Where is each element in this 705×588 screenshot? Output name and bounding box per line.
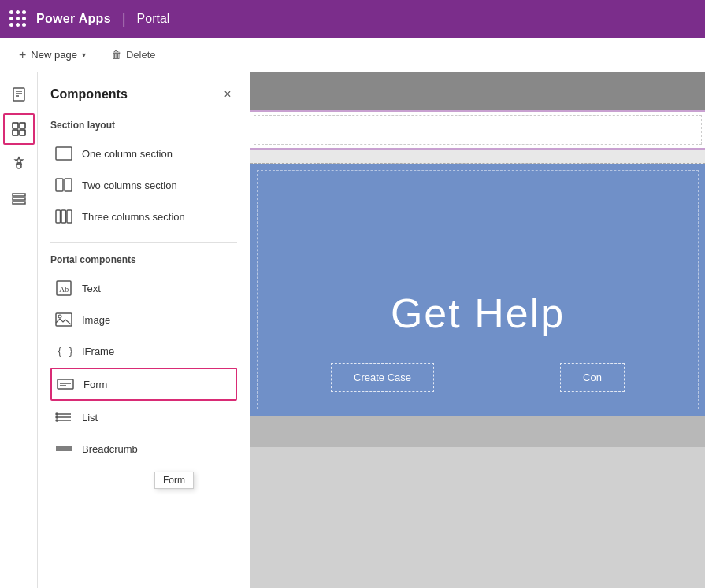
breadcrumb-label: Breadcrumb <box>82 443 138 455</box>
svg-rect-6 <box>13 130 18 135</box>
con-button[interactable]: Con <box>560 363 625 392</box>
component-text[interactable]: Ab Text <box>50 273 237 303</box>
canvas-area: Get Help Create Case Con <box>250 72 705 588</box>
svg-rect-23 <box>58 379 73 389</box>
portal-label: Portal <box>137 12 170 26</box>
app-name: Power Apps <box>36 12 111 26</box>
svg-text:{ }: { } <box>57 346 72 357</box>
image-label: Image <box>82 314 110 326</box>
sidebar-icons <box>0 72 38 588</box>
component-form[interactable]: Form <box>50 368 237 401</box>
svg-rect-13 <box>56 179 63 191</box>
svg-point-31 <box>56 420 58 421</box>
delete-button[interactable]: 🗑 Delete <box>105 46 162 64</box>
topbar: Power Apps | Portal <box>0 0 705 38</box>
svg-point-30 <box>56 416 58 418</box>
get-help-text: Get Help <box>391 290 565 336</box>
delete-label: Delete <box>126 49 156 61</box>
canvas-separator <box>250 150 705 164</box>
component-three-column[interactable]: Three columns section <box>50 202 237 231</box>
new-page-button[interactable]: + New page ▾ <box>13 45 92 65</box>
component-list[interactable]: List <box>50 402 237 432</box>
canvas-bottom-strip <box>250 416 705 447</box>
new-page-label: New page <box>31 49 77 61</box>
panel-header: Components × <box>50 85 237 104</box>
svg-rect-16 <box>61 210 66 223</box>
svg-point-8 <box>17 164 21 168</box>
section-divider <box>50 242 237 243</box>
list-label: List <box>82 412 98 423</box>
app-grid-icon[interactable] <box>9 10 27 28</box>
form-label: Form <box>83 379 107 390</box>
list-icon <box>55 409 72 426</box>
title-separator: | <box>122 11 126 28</box>
two-column-label: Two columns section <box>82 179 177 191</box>
two-col-icon <box>55 176 72 194</box>
component-two-column[interactable]: Two columns section <box>50 170 237 200</box>
svg-rect-10 <box>13 198 25 200</box>
form-icon <box>57 375 74 393</box>
breadcrumb-icon <box>55 440 72 457</box>
one-col-icon <box>55 145 72 162</box>
panel-title: Components <box>50 87 128 102</box>
sidebar-icon-data[interactable] <box>3 183 35 214</box>
sidebar-icon-components[interactable] <box>3 113 35 145</box>
chevron-down-icon: ▾ <box>82 50 86 59</box>
svg-point-29 <box>56 413 58 415</box>
components-panel: Components × Section layout One column s… <box>38 72 250 588</box>
form-tooltip: Form <box>154 472 194 489</box>
text-icon: Ab <box>55 279 72 297</box>
svg-rect-4 <box>13 123 18 128</box>
toolbar: + New page ▾ 🗑 Delete <box>0 38 705 72</box>
trash-icon: 🗑 <box>111 49 121 61</box>
canvas-header-strip <box>250 72 705 110</box>
section-layout-label: Section layout <box>50 120 237 131</box>
get-help-container: Get Help <box>250 290 705 337</box>
component-breadcrumb[interactable]: Breadcrumb <box>50 434 237 464</box>
portal-components-label: Portal components <box>50 254 237 265</box>
svg-point-21 <box>58 315 61 318</box>
canvas-button-row: Create Case Con <box>250 363 705 392</box>
svg-rect-12 <box>56 147 72 160</box>
three-column-label: Three columns section <box>82 211 185 223</box>
create-case-button[interactable]: Create Case <box>331 363 434 392</box>
canvas-white-row <box>250 110 705 150</box>
iframe-label: IFrame <box>82 346 114 357</box>
iframe-icon: { } <box>55 342 72 360</box>
image-icon <box>55 311 72 328</box>
svg-rect-14 <box>65 179 72 191</box>
svg-rect-5 <box>20 123 25 128</box>
three-col-icon <box>55 208 72 225</box>
component-image[interactable]: Image <box>50 305 237 335</box>
close-panel-button[interactable]: × <box>218 85 237 104</box>
svg-rect-11 <box>13 202 25 204</box>
text-label: Text <box>82 283 101 294</box>
one-column-label: One column section <box>82 148 173 160</box>
canvas-blue-section: Get Help Create Case Con <box>250 164 705 416</box>
sidebar-icon-pages[interactable] <box>3 79 35 110</box>
component-one-column[interactable]: One column section <box>50 139 237 168</box>
sidebar-icon-settings[interactable] <box>3 148 35 179</box>
svg-rect-15 <box>56 210 61 223</box>
svg-rect-9 <box>13 194 25 196</box>
svg-rect-17 <box>67 210 72 223</box>
svg-text:Ab: Ab <box>59 285 69 294</box>
component-iframe[interactable]: { } IFrame <box>50 336 237 366</box>
main-area: Components × Section layout One column s… <box>0 72 705 588</box>
plus-icon: + <box>19 48 26 62</box>
svg-rect-7 <box>20 130 25 135</box>
svg-rect-0 <box>13 88 24 101</box>
